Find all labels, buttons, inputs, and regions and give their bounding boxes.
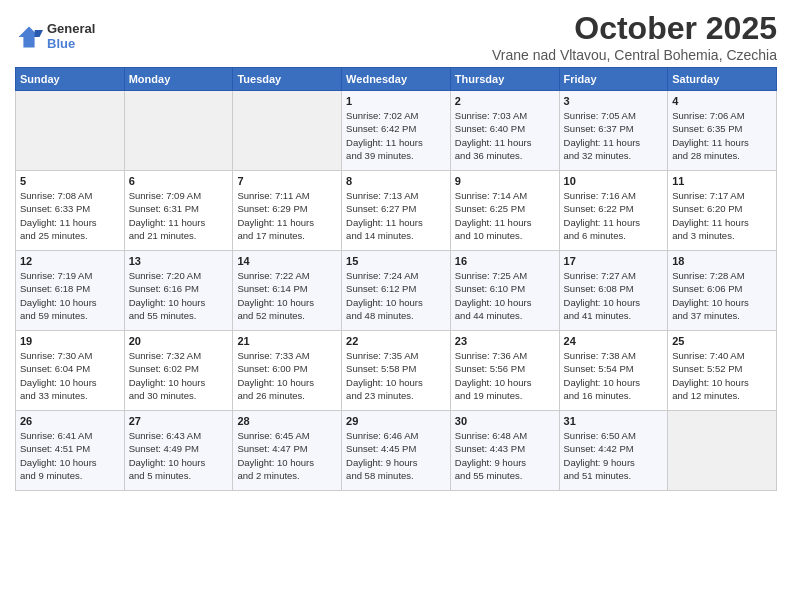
day-info: Sunrise: 7:14 AM Sunset: 6:25 PM Dayligh… xyxy=(455,189,555,242)
week-row-4: 26Sunrise: 6:41 AM Sunset: 4:51 PM Dayli… xyxy=(16,411,777,491)
day-cell: 18Sunrise: 7:28 AM Sunset: 6:06 PM Dayli… xyxy=(668,251,777,331)
weekday-header-thursday: Thursday xyxy=(450,68,559,91)
day-number: 8 xyxy=(346,175,446,187)
weekday-header-sunday: Sunday xyxy=(16,68,125,91)
day-info: Sunrise: 6:43 AM Sunset: 4:49 PM Dayligh… xyxy=(129,429,229,482)
day-cell: 25Sunrise: 7:40 AM Sunset: 5:52 PM Dayli… xyxy=(668,331,777,411)
day-cell: 24Sunrise: 7:38 AM Sunset: 5:54 PM Dayli… xyxy=(559,331,668,411)
weekday-header-saturday: Saturday xyxy=(668,68,777,91)
day-number: 21 xyxy=(237,335,337,347)
day-cell: 15Sunrise: 7:24 AM Sunset: 6:12 PM Dayli… xyxy=(342,251,451,331)
day-info: Sunrise: 6:48 AM Sunset: 4:43 PM Dayligh… xyxy=(455,429,555,482)
logo-icon xyxy=(15,23,43,51)
day-number: 5 xyxy=(20,175,120,187)
day-number: 22 xyxy=(346,335,446,347)
logo: General Blue xyxy=(15,22,95,51)
month-title: October 2025 xyxy=(492,10,777,47)
day-number: 16 xyxy=(455,255,555,267)
weekday-row: SundayMondayTuesdayWednesdayThursdayFrid… xyxy=(16,68,777,91)
day-number: 10 xyxy=(564,175,664,187)
day-info: Sunrise: 7:40 AM Sunset: 5:52 PM Dayligh… xyxy=(672,349,772,402)
day-info: Sunrise: 7:11 AM Sunset: 6:29 PM Dayligh… xyxy=(237,189,337,242)
day-number: 28 xyxy=(237,415,337,427)
day-number: 23 xyxy=(455,335,555,347)
day-cell: 4Sunrise: 7:06 AM Sunset: 6:35 PM Daylig… xyxy=(668,91,777,171)
day-cell: 8Sunrise: 7:13 AM Sunset: 6:27 PM Daylig… xyxy=(342,171,451,251)
week-row-2: 12Sunrise: 7:19 AM Sunset: 6:18 PM Dayli… xyxy=(16,251,777,331)
day-info: Sunrise: 7:05 AM Sunset: 6:37 PM Dayligh… xyxy=(564,109,664,162)
calendar-table: SundayMondayTuesdayWednesdayThursdayFrid… xyxy=(15,67,777,491)
day-cell: 12Sunrise: 7:19 AM Sunset: 6:18 PM Dayli… xyxy=(16,251,125,331)
day-cell: 31Sunrise: 6:50 AM Sunset: 4:42 PM Dayli… xyxy=(559,411,668,491)
day-number: 31 xyxy=(564,415,664,427)
day-cell: 19Sunrise: 7:30 AM Sunset: 6:04 PM Dayli… xyxy=(16,331,125,411)
week-row-3: 19Sunrise: 7:30 AM Sunset: 6:04 PM Dayli… xyxy=(16,331,777,411)
day-info: Sunrise: 7:17 AM Sunset: 6:20 PM Dayligh… xyxy=(672,189,772,242)
day-cell xyxy=(16,91,125,171)
day-number: 3 xyxy=(564,95,664,107)
logo-text: General Blue xyxy=(47,22,95,51)
day-number: 17 xyxy=(564,255,664,267)
day-cell xyxy=(233,91,342,171)
day-number: 2 xyxy=(455,95,555,107)
day-number: 15 xyxy=(346,255,446,267)
logo-line2: Blue xyxy=(47,37,95,51)
day-cell: 2Sunrise: 7:03 AM Sunset: 6:40 PM Daylig… xyxy=(450,91,559,171)
day-cell: 30Sunrise: 6:48 AM Sunset: 4:43 PM Dayli… xyxy=(450,411,559,491)
weekday-header-friday: Friday xyxy=(559,68,668,91)
day-number: 20 xyxy=(129,335,229,347)
week-row-1: 5Sunrise: 7:08 AM Sunset: 6:33 PM Daylig… xyxy=(16,171,777,251)
day-info: Sunrise: 7:32 AM Sunset: 6:02 PM Dayligh… xyxy=(129,349,229,402)
day-cell: 21Sunrise: 7:33 AM Sunset: 6:00 PM Dayli… xyxy=(233,331,342,411)
day-info: Sunrise: 7:36 AM Sunset: 5:56 PM Dayligh… xyxy=(455,349,555,402)
day-number: 24 xyxy=(564,335,664,347)
weekday-header-monday: Monday xyxy=(124,68,233,91)
day-info: Sunrise: 7:38 AM Sunset: 5:54 PM Dayligh… xyxy=(564,349,664,402)
day-cell: 5Sunrise: 7:08 AM Sunset: 6:33 PM Daylig… xyxy=(16,171,125,251)
day-cell: 14Sunrise: 7:22 AM Sunset: 6:14 PM Dayli… xyxy=(233,251,342,331)
day-cell xyxy=(668,411,777,491)
day-info: Sunrise: 7:22 AM Sunset: 6:14 PM Dayligh… xyxy=(237,269,337,322)
day-cell: 20Sunrise: 7:32 AM Sunset: 6:02 PM Dayli… xyxy=(124,331,233,411)
week-row-0: 1Sunrise: 7:02 AM Sunset: 6:42 PM Daylig… xyxy=(16,91,777,171)
day-number: 25 xyxy=(672,335,772,347)
day-info: Sunrise: 7:35 AM Sunset: 5:58 PM Dayligh… xyxy=(346,349,446,402)
location: Vrane nad Vltavou, Central Bohemia, Czec… xyxy=(492,47,777,63)
day-cell: 10Sunrise: 7:16 AM Sunset: 6:22 PM Dayli… xyxy=(559,171,668,251)
day-info: Sunrise: 7:19 AM Sunset: 6:18 PM Dayligh… xyxy=(20,269,120,322)
day-number: 9 xyxy=(455,175,555,187)
day-info: Sunrise: 7:13 AM Sunset: 6:27 PM Dayligh… xyxy=(346,189,446,242)
day-info: Sunrise: 7:06 AM Sunset: 6:35 PM Dayligh… xyxy=(672,109,772,162)
day-info: Sunrise: 7:09 AM Sunset: 6:31 PM Dayligh… xyxy=(129,189,229,242)
day-info: Sunrise: 7:16 AM Sunset: 6:22 PM Dayligh… xyxy=(564,189,664,242)
day-cell: 16Sunrise: 7:25 AM Sunset: 6:10 PM Dayli… xyxy=(450,251,559,331)
day-cell: 6Sunrise: 7:09 AM Sunset: 6:31 PM Daylig… xyxy=(124,171,233,251)
day-number: 14 xyxy=(237,255,337,267)
day-cell xyxy=(124,91,233,171)
calendar-header: SundayMondayTuesdayWednesdayThursdayFrid… xyxy=(16,68,777,91)
day-info: Sunrise: 7:03 AM Sunset: 6:40 PM Dayligh… xyxy=(455,109,555,162)
day-info: Sunrise: 6:50 AM Sunset: 4:42 PM Dayligh… xyxy=(564,429,664,482)
day-info: Sunrise: 6:45 AM Sunset: 4:47 PM Dayligh… xyxy=(237,429,337,482)
day-cell: 29Sunrise: 6:46 AM Sunset: 4:45 PM Dayli… xyxy=(342,411,451,491)
day-cell: 22Sunrise: 7:35 AM Sunset: 5:58 PM Dayli… xyxy=(342,331,451,411)
day-cell: 17Sunrise: 7:27 AM Sunset: 6:08 PM Dayli… xyxy=(559,251,668,331)
page-header: General Blue October 2025 Vrane nad Vlta… xyxy=(15,10,777,63)
day-info: Sunrise: 7:27 AM Sunset: 6:08 PM Dayligh… xyxy=(564,269,664,322)
day-info: Sunrise: 7:02 AM Sunset: 6:42 PM Dayligh… xyxy=(346,109,446,162)
day-cell: 28Sunrise: 6:45 AM Sunset: 4:47 PM Dayli… xyxy=(233,411,342,491)
day-cell: 7Sunrise: 7:11 AM Sunset: 6:29 PM Daylig… xyxy=(233,171,342,251)
day-number: 11 xyxy=(672,175,772,187)
day-number: 12 xyxy=(20,255,120,267)
logo-line1: General xyxy=(47,22,95,36)
day-cell: 26Sunrise: 6:41 AM Sunset: 4:51 PM Dayli… xyxy=(16,411,125,491)
day-info: Sunrise: 7:25 AM Sunset: 6:10 PM Dayligh… xyxy=(455,269,555,322)
day-number: 30 xyxy=(455,415,555,427)
day-info: Sunrise: 7:33 AM Sunset: 6:00 PM Dayligh… xyxy=(237,349,337,402)
day-number: 19 xyxy=(20,335,120,347)
day-number: 29 xyxy=(346,415,446,427)
day-number: 27 xyxy=(129,415,229,427)
day-cell: 11Sunrise: 7:17 AM Sunset: 6:20 PM Dayli… xyxy=(668,171,777,251)
day-number: 26 xyxy=(20,415,120,427)
day-number: 4 xyxy=(672,95,772,107)
